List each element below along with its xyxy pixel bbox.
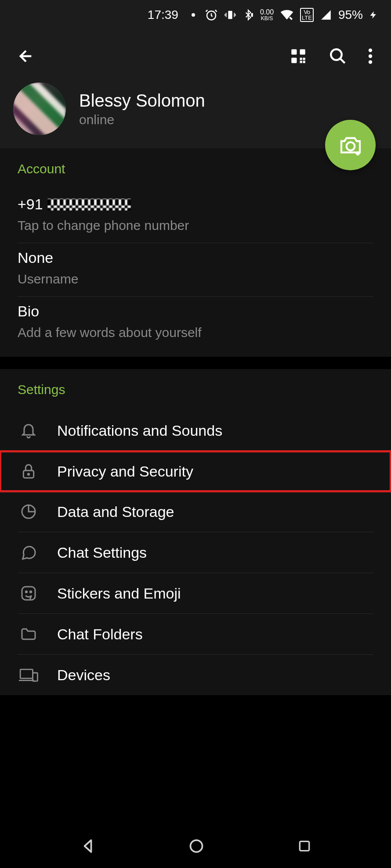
network-speed: 0.00 KB/S: [260, 9, 274, 21]
svg-rect-24: [300, 841, 309, 850]
settings-item-devices[interactable]: Devices: [18, 655, 373, 695]
svg-rect-9: [303, 61, 305, 63]
change-photo-button[interactable]: [325, 120, 376, 170]
bell-icon: [18, 422, 40, 439]
account-section-title: Account: [18, 161, 373, 176]
sticker-icon: [18, 585, 40, 602]
status-bar: 17:39 0.00 KB/S Vo LTE 95%: [0, 0, 391, 30]
svg-rect-21: [20, 669, 33, 678]
svg-point-11: [369, 49, 372, 52]
settings-item-privacy[interactable]: Privacy and Security: [0, 451, 391, 491]
svg-point-12: [369, 54, 372, 58]
username-item[interactable]: None Username: [18, 243, 373, 297]
settings-label: Devices: [57, 667, 110, 684]
nav-recents-button[interactable]: [284, 835, 325, 857]
folder-icon: [18, 625, 40, 643]
avatar[interactable]: [13, 82, 66, 135]
status-time: 17:39: [148, 8, 178, 22]
devices-icon: [18, 666, 40, 684]
svg-rect-18: [22, 587, 35, 600]
svg-point-16: [28, 473, 29, 475]
settings-section-title: Settings: [18, 382, 373, 397]
settings-item-chat-settings[interactable]: Chat Settings: [18, 532, 373, 573]
svg-rect-5: [291, 58, 297, 63]
vibrate-icon: [224, 9, 236, 21]
nav-home-button[interactable]: [175, 834, 217, 858]
svg-point-13: [369, 60, 372, 64]
more-options-button[interactable]: [363, 42, 378, 71]
signal-icon: [320, 9, 332, 21]
svg-rect-6: [300, 58, 302, 60]
toolbar: [0, 30, 391, 82]
svg-rect-2: [251, 13, 253, 17]
svg-rect-1: [228, 11, 232, 19]
alarm-icon: [205, 8, 218, 22]
profile-header: Blessy Solomon online: [0, 82, 391, 148]
charging-icon: [369, 8, 378, 22]
settings-label: Data and Storage: [57, 503, 174, 520]
chat-bubble-icon: [18, 544, 40, 561]
phone-number-item[interactable]: +91 Tap to change phone number: [18, 190, 373, 243]
profile-status: online: [79, 112, 205, 127]
settings-section: Settings Notifications and Sounds Privac…: [0, 369, 391, 695]
search-button[interactable]: [323, 42, 352, 71]
svg-point-14: [346, 142, 355, 151]
phone-number-redacted: [47, 198, 131, 211]
svg-rect-7: [303, 58, 305, 60]
status-dot-icon: [192, 13, 195, 17]
bio-item[interactable]: Bio Add a few words about yourself: [18, 297, 373, 344]
account-section: Account +91 Tap to change phone number N…: [0, 148, 391, 357]
settings-label: Chat Settings: [57, 544, 147, 561]
pie-chart-icon: [18, 503, 40, 520]
username-value: None: [18, 249, 373, 266]
bluetooth-icon: [243, 8, 254, 22]
settings-item-stickers[interactable]: Stickers and Emoji: [18, 573, 373, 614]
back-button[interactable]: [13, 43, 39, 69]
svg-rect-3: [291, 49, 297, 54]
qr-code-button[interactable]: [284, 42, 313, 71]
wifi-icon: [280, 9, 294, 21]
svg-point-23: [191, 840, 203, 852]
svg-point-20: [30, 591, 31, 592]
bio-label: Add a few words about yourself: [18, 325, 373, 340]
phone-label: Tap to change phone number: [18, 218, 373, 233]
svg-rect-4: [300, 49, 305, 54]
phone-prefix: +91: [18, 196, 43, 213]
battery-percentage: 95%: [338, 8, 363, 22]
svg-rect-8: [300, 61, 302, 63]
bio-value: Bio: [18, 303, 373, 320]
volte-icon: Vo LTE: [300, 8, 314, 22]
lock-icon: [18, 463, 40, 480]
settings-item-data-storage[interactable]: Data and Storage: [18, 491, 373, 532]
username-label: Username: [18, 272, 373, 287]
settings-item-chat-folders[interactable]: Chat Folders: [18, 614, 373, 655]
svg-point-19: [25, 591, 27, 592]
settings-label: Notifications and Sounds: [57, 422, 222, 439]
settings-label: Stickers and Emoji: [57, 585, 181, 602]
settings-label: Privacy and Security: [57, 463, 193, 480]
profile-name: Blessy Solomon: [79, 91, 205, 111]
navigation-bar: [0, 824, 391, 868]
settings-item-notifications[interactable]: Notifications and Sounds: [18, 410, 373, 451]
nav-back-button[interactable]: [67, 834, 109, 858]
svg-point-10: [331, 49, 342, 60]
settings-label: Chat Folders: [57, 626, 143, 643]
